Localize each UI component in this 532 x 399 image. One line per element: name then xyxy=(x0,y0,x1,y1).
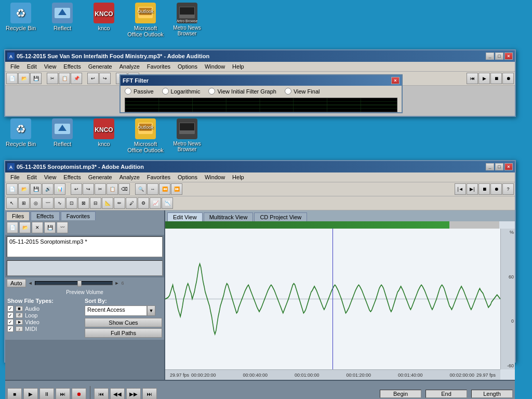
desktop-icon-reflect[interactable]: Reflect xyxy=(44,3,81,37)
sort-dropdown-arrow[interactable]: ▼ xyxy=(147,305,155,316)
logarithmic-radio[interactable] xyxy=(162,88,169,95)
tb-b2[interactable]: 📂 xyxy=(18,183,30,195)
desktop-icon-recycle[interactable]: ♻ Recycle Bin xyxy=(3,3,39,37)
desktop-icon-outlook[interactable]: Outlook Microsoft Office Outlook xyxy=(127,3,164,37)
tb2-b5[interactable]: ∿ xyxy=(54,197,65,209)
tb-b6[interactable]: ↩ xyxy=(71,183,82,195)
menu-file-bottom[interactable]: File xyxy=(7,174,23,181)
ft-wave[interactable]: 〰 xyxy=(57,222,68,233)
tb-br2[interactable]: ▶| xyxy=(467,183,478,195)
menu-help-top[interactable]: Help xyxy=(229,63,247,70)
tb2-b2[interactable]: ⊞ xyxy=(18,197,30,209)
tb2-b9[interactable]: 📐 xyxy=(102,197,113,209)
tab-edit-view[interactable]: Edit View xyxy=(167,212,203,221)
menu-analyze-top[interactable]: Analyze xyxy=(116,63,143,70)
tb-b8[interactable]: ✂ xyxy=(95,183,106,195)
transport-rewind[interactable]: ◀◀ xyxy=(110,388,125,399)
file-list-item[interactable]: 05-11-2015 Soroptomist.mp3 * xyxy=(8,238,161,245)
menu-view-top[interactable]: View xyxy=(41,63,60,70)
audio-checkbox[interactable]: ✓ xyxy=(7,305,14,312)
tb-cut-top[interactable]: ✂ xyxy=(47,73,58,84)
menu-window-bottom[interactable]: Window xyxy=(202,174,228,181)
tb2-b11[interactable]: 🖊 xyxy=(126,197,137,209)
tb-b9[interactable]: 📋 xyxy=(107,183,118,195)
ft-save[interactable]: 💾 xyxy=(44,222,56,233)
passive-radio[interactable] xyxy=(125,88,131,95)
transport-stop[interactable]: ■ xyxy=(7,388,22,399)
tb-open-top[interactable]: 📂 xyxy=(18,73,30,84)
transport-next[interactable]: ⏭ xyxy=(56,388,70,399)
menu-edit-top[interactable]: Edit xyxy=(24,63,40,70)
desktop-icon-metro[interactable]: Metro Browser Metro NewsBrowser xyxy=(169,3,205,37)
full-paths-button[interactable]: Full Paths xyxy=(85,328,162,338)
tb-right4-top[interactable]: ⏺ xyxy=(502,73,514,84)
ft-close[interactable]: ✕ xyxy=(32,222,43,233)
tb-undo-top[interactable]: ↩ xyxy=(87,73,99,84)
tb2-b3[interactable]: ◎ xyxy=(30,197,42,209)
tb-br5[interactable]: ? xyxy=(502,183,514,195)
tb2-b4[interactable]: 〰 xyxy=(42,197,54,209)
tb-save-top[interactable]: 💾 xyxy=(30,73,42,84)
close-btn-bottom[interactable]: × xyxy=(504,163,513,170)
tab-files[interactable]: Files xyxy=(6,211,30,220)
tb-redo-top[interactable]: ↪ xyxy=(99,73,111,84)
tab-effects[interactable]: Effects xyxy=(31,211,59,220)
menu-file-top[interactable]: File xyxy=(7,63,23,70)
menu-help-bottom[interactable]: Help xyxy=(229,174,247,181)
desktop-icon2-knco[interactable]: KNCO knco xyxy=(86,118,122,153)
minimize-btn-bottom[interactable]: _ xyxy=(486,163,494,170)
tb-copy-top[interactable]: 📋 xyxy=(59,73,70,84)
menu-edit-bottom[interactable]: Edit xyxy=(24,174,40,181)
auto-button[interactable]: Auto xyxy=(7,279,26,287)
tb-b5[interactable]: 📊 xyxy=(54,183,65,195)
tab-favorites[interactable]: Favorites xyxy=(61,211,96,220)
tb-right1-top[interactable]: ⏮ xyxy=(467,73,478,84)
ft-open[interactable]: 📂 xyxy=(19,222,31,233)
tb-br1[interactable]: |◄ xyxy=(455,183,466,195)
desktop-icon-knco[interactable]: KNCO knco xyxy=(86,3,122,37)
view-final-radio[interactable] xyxy=(285,88,291,95)
tb-paste-top[interactable]: 📌 xyxy=(71,73,82,84)
menu-options-top[interactable]: Options xyxy=(175,63,201,70)
tb-right3-top[interactable]: ⏹ xyxy=(490,73,502,84)
tb-b10[interactable]: ⌫ xyxy=(118,183,130,195)
tb2-b8[interactable]: ⊟ xyxy=(90,197,101,209)
maximize-btn-bottom[interactable]: □ xyxy=(495,163,503,170)
sort-select[interactable]: Recent Access xyxy=(85,305,147,316)
tb2-b1[interactable]: ↖ xyxy=(6,197,18,209)
transport-prev-track[interactable]: ⏮ xyxy=(94,388,109,399)
tb-b1[interactable]: 📄 xyxy=(6,183,18,195)
fft-close-btn[interactable]: × xyxy=(391,77,400,84)
show-cues-button[interactable]: Show Cues xyxy=(85,318,162,327)
menu-effects-bottom[interactable]: Effects xyxy=(60,174,84,181)
desktop-icon2-recycle[interactable]: ♻ Recycle Bin xyxy=(3,118,39,153)
tb-b7[interactable]: ↪ xyxy=(83,183,94,195)
tab-multitrack-view[interactable]: Multitrack View xyxy=(204,212,254,221)
tb2-b14[interactable]: 📉 xyxy=(162,197,173,209)
menu-view-bottom[interactable]: View xyxy=(41,174,60,181)
ft-new[interactable]: 📄 xyxy=(7,222,18,233)
transport-next-track[interactable]: ⏭ xyxy=(142,388,157,399)
menu-favorites-top[interactable]: Favorites xyxy=(144,63,174,70)
tab-cd-project-view[interactable]: CD Project View xyxy=(254,212,307,221)
close-btn-top[interactable]: × xyxy=(504,52,513,60)
minimize-btn-top[interactable]: _ xyxy=(486,52,494,60)
tb-b12[interactable]: ↔ xyxy=(147,183,158,195)
menu-generate-top[interactable]: Generate xyxy=(85,63,115,70)
tb-b4[interactable]: 🔊 xyxy=(42,183,54,195)
tb2-b12[interactable]: ⚙ xyxy=(138,197,149,209)
menu-effects-top[interactable]: Effects xyxy=(60,63,84,70)
midi-checkbox[interactable]: ✓ xyxy=(7,326,14,332)
view-initial-radio[interactable] xyxy=(208,88,215,95)
tb2-b10[interactable]: ✏ xyxy=(114,197,125,209)
transport-record[interactable]: ⏺ xyxy=(72,388,86,399)
desktop-icon2-outlook[interactable]: Outlook Microsoft Office Outlook xyxy=(127,118,164,153)
menu-favorites-bottom[interactable]: Favorites xyxy=(144,174,174,181)
menu-analyze-bottom[interactable]: Analyze xyxy=(116,174,143,181)
tb-br4[interactable]: ⏺ xyxy=(490,183,502,195)
tb-right2-top[interactable]: ▶ xyxy=(478,73,490,84)
menu-window-top[interactable]: Window xyxy=(202,63,228,70)
tb2-b7[interactable]: ⊠ xyxy=(78,197,89,209)
transport-pause[interactable]: ⏸ xyxy=(39,388,54,399)
transport-fforward[interactable]: ▶▶ xyxy=(126,388,141,399)
